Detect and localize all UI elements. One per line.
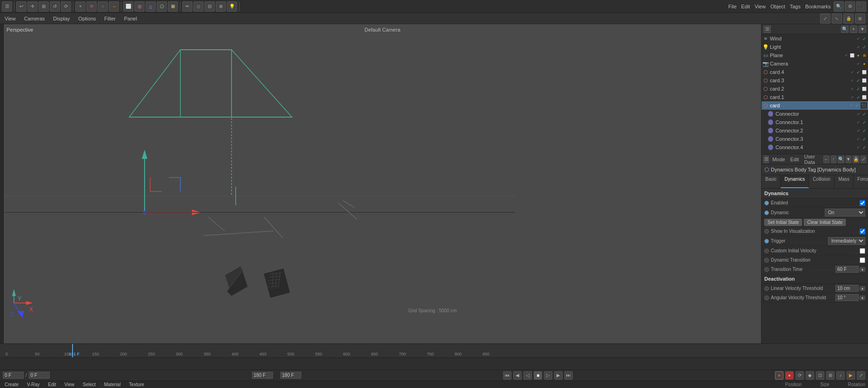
viewport-expand-btn[interactable]: ⤢ (820, 13, 830, 24)
custom-vel-radio[interactable] (764, 249, 769, 253)
go-start-btn[interactable]: ⏮ (503, 371, 511, 380)
stop-btn[interactable]: ■ (534, 371, 542, 380)
ang-vel-input[interactable] (835, 294, 859, 301)
cameras-menu[interactable]: Cameras (22, 15, 47, 22)
scene-item-card3[interactable]: ⬡ card.3 ✓ ✓ ⬜ (762, 76, 868, 85)
viewport-fit-btn[interactable]: ⤡ (832, 13, 842, 24)
rotate-btn[interactable]: ↺ (50, 1, 60, 12)
enabled-radio[interactable] (764, 201, 769, 205)
prop-filter-btn[interactable]: ▼ (846, 156, 851, 163)
refresh-btn[interactable]: ⟳ (61, 1, 71, 12)
status-material[interactable]: Material (102, 381, 123, 388)
ang-vel-up[interactable]: ▲ (860, 296, 865, 300)
sound-btn[interactable]: ♪ (836, 371, 845, 380)
tab-force[interactable]: Force (854, 175, 868, 188)
scene-item-connector4[interactable]: Connector.4 ✓ ✓ (762, 143, 868, 151)
motion2-btn[interactable]: ⤢ (857, 371, 865, 380)
frame-end-input2[interactable] (280, 372, 301, 379)
viewport-lock-btn[interactable]: 🔒 (843, 13, 854, 24)
custom-vel-checkbox[interactable] (860, 248, 865, 254)
settings-btn[interactable]: ⚙ (845, 1, 855, 12)
dyn-trans-checkbox[interactable] (860, 257, 865, 263)
show-viz-radio[interactable] (764, 229, 769, 234)
scene-item-connector1[interactable]: Connector.1 ✓ ✓ (762, 118, 868, 126)
trigger-radio[interactable] (764, 239, 769, 243)
sphere-btn[interactable]: ◎ (134, 1, 145, 12)
record-btn[interactable]: ● (775, 371, 783, 380)
tab-basic[interactable]: Basic (762, 175, 781, 188)
scene-search-btn[interactable]: 🔍 (841, 26, 848, 33)
prop-search-btn[interactable]: 🔍 (838, 156, 844, 163)
lin-vel-input[interactable] (835, 285, 859, 292)
scene-item-card1[interactable]: ⬡ card.1 ✓ ✓ ⬜ (762, 93, 868, 101)
move-btn[interactable]: ✛ (27, 1, 38, 12)
lin-vel-up[interactable]: ▲ (860, 286, 865, 291)
scene-item-connector[interactable]: Connector ✓ ✓ (762, 110, 868, 118)
select-btn[interactable]: ◇ (193, 1, 204, 12)
trigger-select[interactable]: Immediately On Trigger (828, 237, 865, 245)
viewport-quad-btn[interactable]: ⊞ (855, 13, 865, 24)
scene-item-connector3[interactable]: Connector.3 ✓ ✓ (762, 135, 868, 143)
pen-btn[interactable]: ✏ (182, 1, 192, 12)
tab-dynamics[interactable]: Dynamics (781, 175, 809, 188)
camera-view-btn[interactable]: ⊕ (216, 1, 226, 12)
keyframe-btn[interactable]: ◆ (806, 371, 814, 380)
scene-item-card4[interactable]: ⬡ card.4 ✓ ✓ ⬜ (762, 68, 868, 76)
frame-current-input[interactable] (29, 372, 50, 379)
scene-item-light[interactable]: 💡 Light ✓ ✓ (762, 43, 868, 51)
timeline-btn[interactable]: ⊞ (826, 371, 835, 380)
prop-menu-btn[interactable]: ☰ (763, 156, 769, 163)
circle-btn[interactable]: ○ (98, 1, 108, 12)
undo-btn[interactable]: ↩ (16, 1, 27, 12)
trans-time-radio[interactable] (764, 267, 769, 272)
set-initial-state-btn[interactable]: Set Initial State (764, 219, 802, 226)
menu-file[interactable]: File (727, 3, 739, 10)
status-create[interactable]: Create (3, 381, 20, 388)
prev-frame-btn[interactable]: ◀ (513, 371, 522, 380)
arrow-btn[interactable]: → (109, 1, 119, 12)
transition-time-input[interactable] (835, 266, 859, 273)
grid-btn[interactable]: ⊟ (205, 1, 215, 12)
prop-back-btn[interactable]: ← (823, 156, 829, 163)
menu-toggle-btn[interactable]: ☰ (2, 1, 12, 12)
frame-end-input1[interactable] (252, 372, 273, 379)
add-obj-btn[interactable]: + (75, 1, 86, 12)
prop-expand-btn[interactable]: ⤢ (861, 156, 866, 163)
prop-up-btn[interactable]: ↑ (831, 156, 836, 163)
dynamic-radio[interactable] (764, 210, 769, 215)
menu-bookmarks[interactable]: Bookmarks (803, 3, 833, 10)
search-btn[interactable]: 🔍 (834, 1, 844, 12)
filter-menu[interactable]: Filter (102, 15, 117, 22)
cube-btn[interactable]: ⬜ (123, 1, 133, 12)
play-btn[interactable]: ▷ (544, 371, 552, 380)
status-view[interactable]: View (62, 381, 76, 388)
scene-item-camera[interactable]: 📷 Camera ✓ ● (762, 59, 868, 68)
options-menu[interactable]: Options (76, 15, 98, 22)
frame-start-input[interactable] (3, 372, 24, 379)
enabled-checkbox[interactable] (860, 200, 865, 206)
maximize-btn[interactable]: ⬛ (856, 1, 866, 12)
scene-item-connector2[interactable]: Connector.2 ✓ ✓ (762, 126, 868, 135)
ang-vel-radio[interactable] (764, 296, 769, 300)
tab-collision[interactable]: Collision (809, 175, 835, 188)
light-btn[interactable]: 💡 (227, 1, 237, 12)
viewport[interactable]: Perspective Default Camera (4, 24, 761, 343)
scene-menu-btn[interactable]: ☰ (763, 26, 771, 33)
view-menu[interactable]: View (3, 15, 18, 22)
tab-mass[interactable]: Mass (835, 175, 854, 188)
status-texture[interactable]: Texture (127, 381, 146, 388)
menu-tags[interactable]: Tags (788, 3, 802, 10)
cone-btn[interactable]: △ (146, 1, 156, 12)
motion-btn[interactable]: ⊡ (816, 371, 824, 380)
mesh-btn[interactable]: ⊞ (168, 1, 178, 12)
menu-view[interactable]: View (753, 3, 768, 10)
scene-item-card[interactable]: ⬡ card ✓ ✓ ⬛ (762, 101, 868, 110)
dyn-trans-radio[interactable] (764, 258, 769, 263)
cross-btn[interactable]: ✕ (86, 1, 97, 12)
panel-menu[interactable]: Panel (122, 15, 139, 22)
complex-btn[interactable]: ⬡ (157, 1, 167, 12)
status-edit[interactable]: Edit (46, 381, 58, 388)
menu-edit[interactable]: Edit (739, 3, 752, 10)
scene-item-card2[interactable]: ⬡ card.2 ✓ ✓ ⬜ (762, 85, 868, 93)
loop-btn[interactable]: ⟳ (795, 371, 804, 380)
